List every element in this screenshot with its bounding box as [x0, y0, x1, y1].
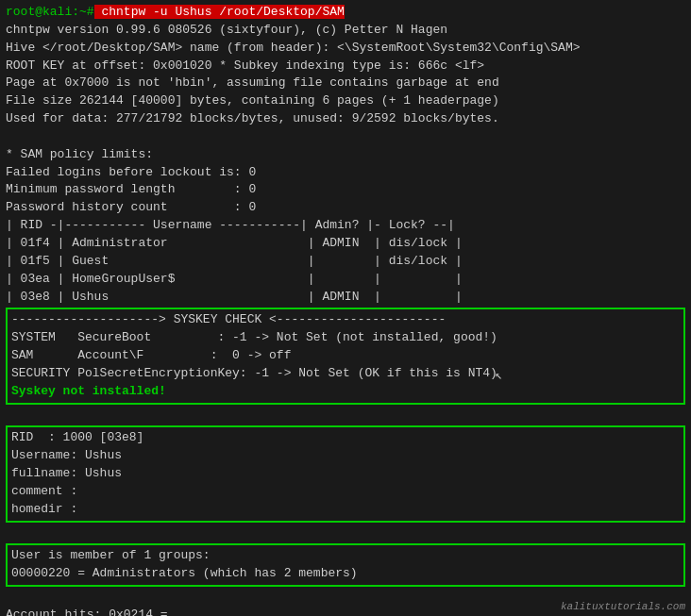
failed-logins: Failed logins before lockout is: 0	[6, 164, 685, 182]
user-ushus: | 03e8 | Ushus | ADMIN | |	[6, 289, 685, 307]
pw-history: Password history count : 0	[6, 199, 685, 217]
min-pw-len: Minimum password length : 0	[6, 181, 685, 199]
terminal-window: root@kali:~# chntpw -u Ushus /root/Deskt…	[0, 0, 691, 616]
syskey-header: --------------------> SYSKEY CHECK <----…	[11, 311, 680, 329]
mouse-cursor: ↖	[495, 368, 502, 383]
syskey-security: SECURITY PolSecretEncryptionKey: -1 -> N…	[11, 365, 680, 383]
blank-line-1	[6, 128, 685, 146]
blank-line-2	[6, 407, 685, 425]
output-line-2: Hive </root/Desktop/SAM> name (from head…	[6, 40, 685, 58]
syskey-system: SYSTEM SecureBoot : -1 -> Not Set (not i…	[11, 329, 680, 347]
output-line-3: ROOT KEY at offset: 0x001020 * Subkey in…	[6, 58, 685, 75]
user-comment: comment :	[11, 483, 680, 501]
syskey-box: --------------------> SYSKEY CHECK <----…	[6, 308, 685, 404]
prompt-line: root@kali:~# chntpw -u Ushus /root/Deskt…	[6, 4, 685, 22]
user-homedir: homedir :	[11, 501, 680, 519]
command-text: chntpw -u Ushus /root/Desktop/SAM	[94, 5, 345, 19]
output-line-4: Page at 0x7000 is not 'hbin', assuming f…	[6, 75, 685, 92]
blank-line-3	[6, 524, 685, 542]
prompt-text: root@kali:~#	[6, 5, 94, 19]
output-line-1: chntpw version 0.99.6 080526 (sixtyfour)…	[6, 22, 685, 40]
user-administrator: | 01f4 | Administrator | ADMIN | dis/loc…	[6, 235, 685, 253]
output-line-6: Used for data: 277/21792 blocks/bytes, u…	[6, 110, 685, 128]
user-homegroupuser: | 03ea | HomeGroupUser$ | | |	[6, 271, 685, 289]
table-header: | RID -|----------- Username -----------…	[6, 217, 685, 235]
user-rid: RID : 1000 [03e8]	[11, 429, 680, 447]
groups-header: User is member of 1 groups:	[11, 547, 680, 565]
syskey-sam: SAM Account\F : 0 -> off	[11, 347, 680, 365]
watermark: kalituxtutorials.com	[561, 601, 685, 612]
user-guest: | 01f5 | Guest | | dis/lock |	[6, 253, 685, 271]
user-fullname: fullname: Ushus	[11, 465, 680, 483]
groups-box: User is member of 1 groups: 00000220 = A…	[6, 543, 685, 587]
user-info-box: RID : 1000 [03e8] Username: Ushus fullna…	[6, 425, 685, 522]
user-username: Username: Ushus	[11, 447, 680, 465]
output-line-5: File size 262144 [40000] bytes, containi…	[6, 92, 685, 110]
sam-policy-header: * SAM policy limits:	[6, 146, 685, 164]
syskey-not-installed: Syskey not installed!	[11, 383, 680, 401]
groups-admin: 00000220 = Administrators (which has 2 m…	[11, 565, 680, 583]
